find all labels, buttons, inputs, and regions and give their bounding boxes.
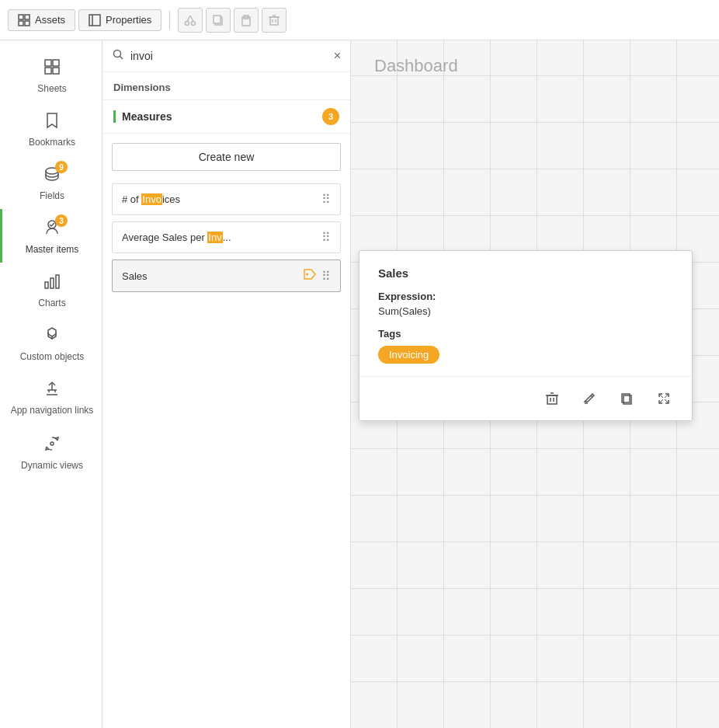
highlight-text: Inv	[207, 232, 222, 243]
cut-icon	[184, 14, 196, 26]
svg-rect-37	[547, 395, 557, 404]
measures-header[interactable]: Measures 3	[102, 99, 350, 134]
list-item-menu-button[interactable]: ⠿	[321, 230, 331, 245]
svg-rect-25	[45, 282, 48, 288]
paste-icon	[240, 14, 252, 26]
paste-button[interactable]	[234, 8, 259, 33]
tooltip-title: Sales	[378, 266, 673, 280]
list-item[interactable]: Average Sales per Inv... ⠿	[112, 221, 341, 253]
list-item-menu-button[interactable]: ⠿	[321, 269, 331, 284]
svg-rect-2	[19, 21, 23, 26]
expand-icon	[657, 392, 671, 406]
list-item[interactable]: Sales ⠿	[112, 260, 341, 292]
toolbar-separator-1	[169, 11, 170, 30]
panel: × Dimensions Measures 3 Create new # of …	[102, 40, 351, 728]
cut-button[interactable]	[178, 8, 203, 33]
svg-rect-26	[50, 278, 54, 288]
sidebar-item-master-items[interactable]: 3 Master items	[0, 209, 102, 263]
dynamic-views-label: Dynamic views	[21, 460, 83, 471]
delete-icon	[545, 392, 559, 406]
custom-objects-icon	[43, 326, 61, 348]
dashboard-title: Dashboard	[374, 56, 458, 76]
tooltip-expression-label: Expression:	[378, 291, 673, 302]
sidebar-item-bookmarks[interactable]: Bookmarks	[0, 102, 102, 155]
svg-rect-19	[45, 60, 51, 66]
svg-line-9	[190, 16, 193, 22]
properties-label: Properties	[106, 14, 151, 26]
search-icon	[112, 48, 124, 64]
svg-rect-22	[53, 68, 59, 74]
svg-line-8	[187, 16, 190, 22]
delete-button[interactable]	[262, 8, 287, 33]
dynamic-views-icon	[43, 434, 61, 457]
tooltip-tags-label: Tags	[378, 328, 673, 340]
fields-icon: 9	[43, 165, 61, 187]
svg-rect-4	[89, 15, 100, 26]
svg-rect-21	[45, 68, 51, 74]
dimensions-header[interactable]: Dimensions	[102, 72, 350, 99]
delete-icon	[268, 14, 280, 26]
copy-button[interactable]	[206, 8, 231, 33]
charts-label: Charts	[38, 298, 65, 308]
assets-label: Assets	[35, 14, 65, 26]
bookmarks-icon	[43, 111, 61, 134]
svg-rect-11	[214, 16, 221, 23]
svg-rect-0	[19, 15, 23, 19]
tooltip-delete-button[interactable]	[540, 386, 564, 411]
sidebar-item-dynamic-views[interactable]: Dynamic views	[0, 425, 102, 479]
search-clear-button[interactable]: ×	[334, 49, 341, 63]
svg-rect-20	[53, 60, 59, 66]
master-items-label: Master items	[26, 244, 79, 255]
list-item-text: Sales	[122, 270, 303, 282]
svg-rect-3	[25, 21, 30, 26]
bookmarks-label: Bookmarks	[29, 137, 75, 148]
svg-rect-1	[25, 15, 30, 19]
tooltip-duplicate-button[interactable]	[614, 386, 639, 411]
sheets-icon	[43, 57, 61, 80]
create-new-button[interactable]: Create new	[112, 143, 341, 171]
fields-label: Fields	[40, 190, 64, 201]
sidebar-item-charts[interactable]: Charts	[0, 263, 102, 316]
master-items-icon: 3	[43, 218, 61, 241]
svg-point-36	[306, 273, 308, 276]
svg-point-33	[50, 442, 54, 445]
search-input[interactable]	[130, 50, 328, 62]
list-item-text: # of Invoices	[122, 193, 321, 205]
properties-button[interactable]: Properties	[78, 9, 162, 31]
sheets-label: Sheets	[37, 83, 66, 94]
list-item-text: Average Sales per Inv...	[122, 232, 321, 243]
assets-icon	[18, 14, 30, 26]
dashboard-area: Dashboard Sales Expression: Sum(Sales) T…	[351, 40, 719, 728]
copy-icon	[212, 14, 224, 26]
toolbar: Assets Properties	[0, 0, 719, 40]
left-sidebar: Sheets Bookmarks 9 Fields	[0, 40, 102, 728]
tooltip-expand-button[interactable]	[651, 386, 676, 411]
sidebar-item-app-nav[interactable]: App navigation links	[0, 370, 102, 425]
fields-badge: 9	[55, 161, 68, 173]
svg-rect-27	[56, 275, 59, 288]
sidebar-item-custom-objects[interactable]: Custom objects	[0, 316, 102, 370]
list-item[interactable]: # of Invoices ⠿	[112, 183, 341, 215]
measures-label: Measures	[113, 110, 322, 123]
app-nav-label: App navigation links	[11, 405, 94, 417]
svg-line-35	[120, 57, 123, 60]
tooltip-popup: Sales Expression: Sum(Sales) Tags Invoic…	[359, 250, 693, 421]
charts-icon	[43, 272, 61, 294]
tag-icon	[303, 268, 317, 284]
edit-icon	[582, 392, 596, 406]
tooltip-tag-chip: Invoicing	[378, 346, 439, 364]
svg-rect-14	[270, 17, 278, 25]
list-item-menu-button[interactable]: ⠿	[321, 192, 331, 207]
svg-point-6	[186, 21, 189, 25]
tooltip-edit-button[interactable]	[577, 386, 602, 411]
sidebar-item-sheets[interactable]: Sheets	[0, 48, 102, 102]
master-items-badge: 3	[55, 214, 68, 227]
assets-button[interactable]: Assets	[8, 9, 75, 31]
duplicate-icon	[620, 392, 634, 406]
app-nav-icon	[43, 379, 61, 402]
properties-icon	[89, 14, 101, 26]
svg-point-34	[114, 51, 121, 57]
svg-point-7	[192, 21, 196, 25]
tooltip-expression-value: Sum(Sales)	[378, 305, 673, 317]
sidebar-item-fields[interactable]: 9 Fields	[0, 155, 102, 209]
